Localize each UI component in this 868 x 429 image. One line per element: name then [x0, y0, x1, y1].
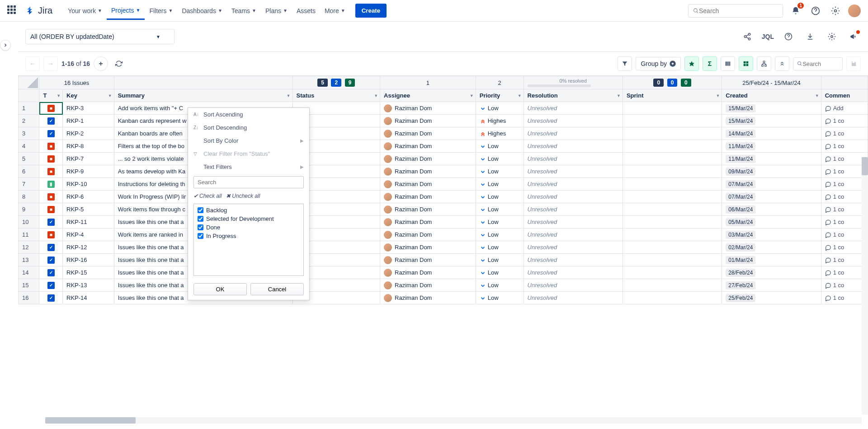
key-cell[interactable]: RKP-6	[63, 191, 114, 203]
type-cell[interactable]: ✓	[39, 279, 63, 292]
type-cell[interactable]: ✓	[39, 115, 63, 127]
key-cell[interactable]: RKP-2	[63, 127, 114, 140]
created-cell[interactable]: 06/Mar/24	[722, 203, 821, 216]
chevron-down-icon[interactable]: ▼	[617, 93, 621, 98]
nav-more[interactable]: More▼	[320, 2, 350, 20]
assignee-cell[interactable]: Raziman Dom	[380, 102, 476, 115]
sidebar-expand-button[interactable]	[0, 40, 11, 51]
comment-cell[interactable]: 1 co	[821, 241, 868, 254]
col-key[interactable]: Key▼	[63, 89, 114, 102]
col-priority[interactable]: Priority▼	[476, 89, 524, 102]
vertical-scrollbar[interactable]	[862, 157, 868, 415]
created-cell[interactable]: 27/Feb/24	[722, 279, 821, 292]
horizontal-scrollbar[interactable]	[45, 417, 862, 424]
table-row[interactable]: 2✓RKP-1Kanban cards represent wRaziman D…	[19, 115, 868, 127]
col-sprint[interactable]: Sprint▼	[623, 89, 722, 102]
key-cell[interactable]: RKP-13	[63, 279, 114, 292]
sprint-cell[interactable]	[623, 254, 722, 266]
jira-logo[interactable]: Jira	[25, 5, 52, 16]
type-cell[interactable]: ■	[39, 203, 63, 216]
resolution-cell[interactable]: Unresolved	[524, 266, 623, 279]
columns-button[interactable]	[721, 56, 735, 71]
chevron-down-icon[interactable]: ▼	[716, 93, 720, 98]
table-row[interactable]: 3✓RKP-2Kanban boards are oftenRaziman Do…	[19, 127, 868, 140]
notifications-button[interactable]: 1	[788, 4, 803, 18]
created-cell[interactable]: 14/Mar/24	[722, 127, 821, 140]
chevron-down-icon[interactable]: ▼	[287, 93, 291, 98]
type-cell[interactable]: ■	[39, 102, 63, 115]
type-cell[interactable]: ✓	[39, 266, 63, 279]
resolution-cell[interactable]: Unresolved	[524, 203, 623, 216]
save-button[interactable]	[846, 56, 861, 71]
table-row[interactable]: 10✓RKP-11Issues like this one that aRazi…	[19, 216, 868, 228]
nav-your-work[interactable]: Your work▼	[63, 2, 107, 20]
jql-button[interactable]: JQL	[762, 33, 774, 40]
share-button[interactable]	[740, 29, 755, 44]
col-type[interactable]: T▼	[39, 89, 63, 102]
assignee-cell[interactable]: Raziman Dom	[380, 203, 476, 216]
help-button[interactable]	[808, 4, 823, 18]
priority-cell[interactable]: Low	[476, 178, 524, 191]
resolution-cell[interactable]: Unresolved	[524, 115, 623, 127]
sprint-cell[interactable]	[623, 127, 722, 140]
filter-cancel-button[interactable]: Cancel	[250, 283, 304, 295]
key-cell[interactable]: RKP-12	[63, 241, 114, 254]
sprint-cell[interactable]	[623, 153, 722, 165]
key-cell[interactable]: RKP-4	[63, 228, 114, 241]
filter-option[interactable]: Done	[196, 223, 302, 232]
filter-checkbox[interactable]	[198, 233, 203, 239]
filter-option[interactable]: In Progress	[196, 232, 302, 240]
filter-toggle-button[interactable]	[618, 56, 632, 71]
created-cell[interactable]: 07/Mar/24	[722, 178, 821, 191]
assignee-cell[interactable]: Raziman Dom	[380, 254, 476, 266]
priority-cell[interactable]: Low	[476, 140, 524, 153]
key-cell[interactable]: RKP-16	[63, 254, 114, 266]
type-cell[interactable]: ■	[39, 228, 63, 241]
comment-cell[interactable]: 1 co	[821, 266, 868, 279]
created-cell[interactable]: 01/Mar/24	[722, 254, 821, 266]
chevron-down-icon[interactable]: ▼	[518, 93, 522, 98]
sprint-cell[interactable]	[623, 115, 722, 127]
grid-view-button[interactable]	[739, 56, 753, 71]
table-row[interactable]: 9■RKP-5Work items flow through cRaziman …	[19, 203, 868, 216]
created-cell[interactable]: 03/Mar/24	[722, 228, 821, 241]
assignee-cell[interactable]: Raziman Dom	[380, 228, 476, 241]
created-cell[interactable]: 28/Feb/24	[722, 266, 821, 279]
comment-cell[interactable]: 1 co	[821, 115, 868, 127]
table-row[interactable]: 11■RKP-4Work items are ranked inRaziman …	[19, 228, 868, 241]
key-cell[interactable]: RKP-9	[63, 165, 114, 178]
assignee-cell[interactable]: Raziman Dom	[380, 241, 476, 254]
created-cell[interactable]: 15/Mar/24	[722, 115, 821, 127]
col-assignee[interactable]: Assignee▼	[380, 89, 476, 102]
filter-option[interactable]: Backlog	[196, 206, 302, 214]
filter-checkbox[interactable]	[198, 207, 203, 213]
created-cell[interactable]: 15/Mar/24	[722, 102, 821, 115]
sprint-cell[interactable]	[623, 178, 722, 191]
created-cell[interactable]: 02/Mar/24	[722, 241, 821, 254]
created-cell[interactable]: 11/Mar/24	[722, 153, 821, 165]
nav-plans[interactable]: Plans▼	[261, 2, 292, 20]
comment-cell[interactable]: 1 co	[821, 178, 868, 191]
comment-cell[interactable]: 1 co	[821, 279, 868, 292]
table-row[interactable]: 4■RKP-8Filters at the top of the boRazim…	[19, 140, 868, 153]
assignee-cell[interactable]: Raziman Dom	[380, 165, 476, 178]
add-button[interactable]	[94, 56, 108, 71]
col-summary[interactable]: Summary▼	[114, 89, 292, 102]
assignee-cell[interactable]: Raziman Dom	[380, 178, 476, 191]
app-switcher-icon[interactable]	[7, 5, 18, 16]
key-cell[interactable]: RKP-14	[63, 292, 114, 304]
resolution-cell[interactable]: Unresolved	[524, 102, 623, 115]
priority-cell[interactable]: Low	[476, 266, 524, 279]
groupby-button[interactable]: Group by	[636, 57, 681, 70]
priority-cell[interactable]: Low	[476, 228, 524, 241]
col-status[interactable]: Status▼	[292, 89, 380, 102]
priority-cell[interactable]: Low	[476, 254, 524, 266]
create-button[interactable]: Create	[355, 4, 387, 18]
check-all-button[interactable]: ✔ Check all	[193, 193, 222, 199]
comment-cell[interactable]: 1 co	[821, 216, 868, 228]
col-comment[interactable]: Commen	[821, 89, 868, 102]
sprint-cell[interactable]	[623, 266, 722, 279]
type-cell[interactable]: ■	[39, 153, 63, 165]
next-page-button[interactable]: →	[43, 56, 58, 71]
key-cell[interactable]: RKP-3	[63, 102, 114, 115]
